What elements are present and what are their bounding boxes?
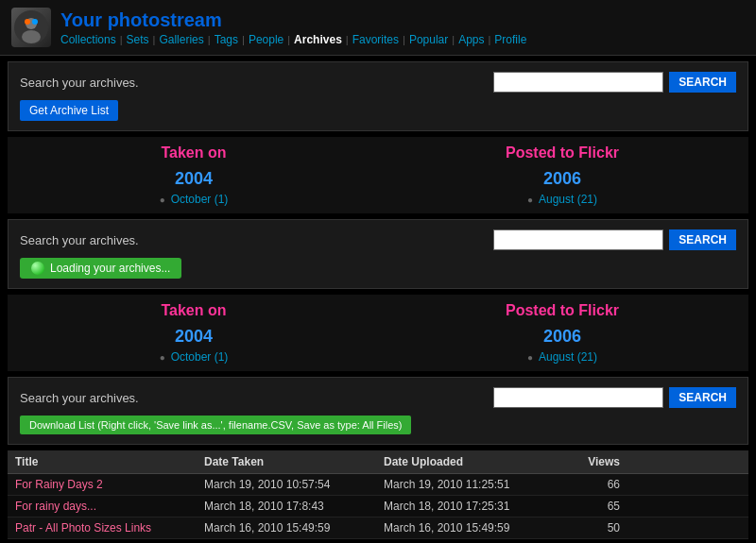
row-date-taken: March 16, 2010 15:49:59 [204, 521, 384, 535]
table-header: Title Date Taken Date Uploaded Views [8, 450, 748, 474]
svg-point-3 [25, 19, 30, 25]
svg-point-4 [32, 19, 38, 25]
table-row: For rainy days...March 18, 2010 17:8:43M… [8, 496, 748, 518]
search-section-3: Search your archives. SEARCH Download Li… [8, 377, 748, 445]
search-button-3[interactable]: SEARCH [669, 387, 736, 408]
nav-separator: | [242, 34, 245, 45]
posted-title-2: Posted to Flickr [387, 302, 737, 319]
row-views: 66 [563, 478, 620, 491]
col-header-date-taken: Date Taken [204, 455, 384, 468]
table-row: For Rainy Days 2March 19, 2010 10:57:54M… [8, 474, 748, 496]
search-label-2: Search your archives. [20, 233, 139, 247]
posted-title-1: Posted to Flickr [387, 144, 737, 161]
get-archive-button[interactable]: Get Archive List [20, 100, 118, 121]
search-section-2: Search your archives. SEARCH Loading you… [8, 219, 748, 289]
col-header-date-uploaded: Date Uploaded [384, 455, 563, 468]
taken-on-title-2: Taken on [19, 302, 369, 319]
archive-block-1: Taken on 2004 ● October (1) Posted to Fl… [8, 137, 748, 213]
nav-separator: | [452, 34, 455, 45]
month-dot-2: ● [527, 195, 533, 205]
posted-year-2: 2006 [387, 327, 737, 347]
nav-item-profile[interactable]: Profile [494, 33, 526, 46]
row-title[interactable]: For Rainy Days 2 [15, 478, 204, 491]
row-date-uploaded: March 19, 2010 11:25:51 [384, 478, 563, 491]
month-dot-3: ● [160, 352, 165, 363]
archive-block-2: Taken on 2004 ● October (1) Posted to Fl… [8, 295, 748, 371]
loading-label: Loading your archives... [50, 262, 170, 275]
month-dot-4: ● [527, 352, 533, 363]
header: Your photostream Collections|Sets|Galler… [0, 0, 756, 56]
taken-month-link-1[interactable]: October (1) [171, 193, 229, 206]
search-input-3[interactable] [493, 387, 663, 408]
search-section-1: Search your archives. SEARCH Get Archive… [8, 61, 748, 131]
loading-spinner-icon [31, 262, 44, 275]
taken-on-title-1: Taken on [19, 144, 369, 161]
month-dot: ● [160, 195, 165, 205]
search-label-1: Search your archives. [20, 76, 139, 90]
posted-month-link-2[interactable]: August (21) [539, 350, 597, 364]
nav-separator: | [120, 34, 123, 45]
row-date-uploaded: March 18, 2010 17:25:31 [384, 500, 563, 513]
search-label-3: Search your archives. [20, 391, 139, 405]
header-right: Your photostream Collections|Sets|Galler… [60, 8, 526, 46]
loading-archives-button[interactable]: Loading your archives... [20, 258, 181, 279]
row-date-taken: March 19, 2010 10:57:54 [204, 478, 384, 491]
taken-month-link-2[interactable]: October (1) [171, 350, 229, 364]
nav-item-popular[interactable]: Popular [409, 33, 448, 46]
row-views: 65 [563, 500, 620, 513]
posted-month-link-1[interactable]: August (21) [539, 193, 597, 206]
nav-item-favorites[interactable]: Favorites [352, 33, 399, 46]
main-nav: Collections|Sets|Galleries|Tags|People|A… [60, 33, 526, 46]
nav-separator: | [403, 34, 405, 45]
nav-separator: | [153, 34, 156, 45]
row-title[interactable]: Patr - All Photo Sizes Links [15, 521, 204, 535]
nav-item-people[interactable]: People [249, 33, 284, 46]
nav-separator: | [287, 34, 290, 45]
taken-year-1: 2004 [19, 169, 369, 189]
nav-item-archives[interactable]: Archives [294, 33, 342, 46]
nav-item-collections[interactable]: Collections [60, 33, 116, 46]
nav-separator: | [488, 34, 490, 45]
col-header-title: Title [15, 455, 204, 468]
search-input-2[interactable] [493, 229, 663, 250]
nav-item-apps[interactable]: Apps [458, 33, 484, 46]
search-button-2[interactable]: SEARCH [669, 229, 736, 250]
download-list-button[interactable]: Download List (Right click, 'Save link a… [20, 416, 411, 434]
table-rows: For Rainy Days 2March 19, 2010 10:57:54M… [0, 474, 756, 539]
nav-item-galleries[interactable]: Galleries [159, 33, 203, 46]
taken-on-col-1: Taken on 2004 ● October (1) [19, 144, 369, 206]
row-title[interactable]: For rainy days... [15, 500, 204, 513]
posted-col-2: Posted to Flickr 2006 ● August (21) [387, 302, 737, 364]
posted-col-1: Posted to Flickr 2006 ● August (21) [387, 144, 737, 206]
nav-separator: | [208, 34, 211, 45]
nav-separator: | [346, 34, 349, 45]
svg-point-2 [22, 30, 41, 43]
posted-year-1: 2006 [387, 169, 737, 189]
row-views: 50 [563, 521, 620, 535]
row-date-taken: March 18, 2010 17:8:43 [204, 500, 384, 513]
col-header-views: Views [563, 455, 620, 468]
row-date-uploaded: March 16, 2010 15:49:59 [384, 521, 563, 535]
nav-item-tags[interactable]: Tags [215, 33, 238, 46]
taken-year-2: 2004 [19, 327, 369, 347]
nav-item-sets[interactable]: Sets [127, 33, 149, 46]
site-title: Your photostream [60, 8, 526, 31]
avatar [11, 8, 51, 47]
search-button-1[interactable]: SEARCH [669, 72, 736, 93]
table-row: Patr - All Photo Sizes LinksMarch 16, 20… [8, 518, 748, 539]
search-input-1[interactable] [493, 72, 663, 93]
taken-on-col-2: Taken on 2004 ● October (1) [19, 302, 369, 364]
